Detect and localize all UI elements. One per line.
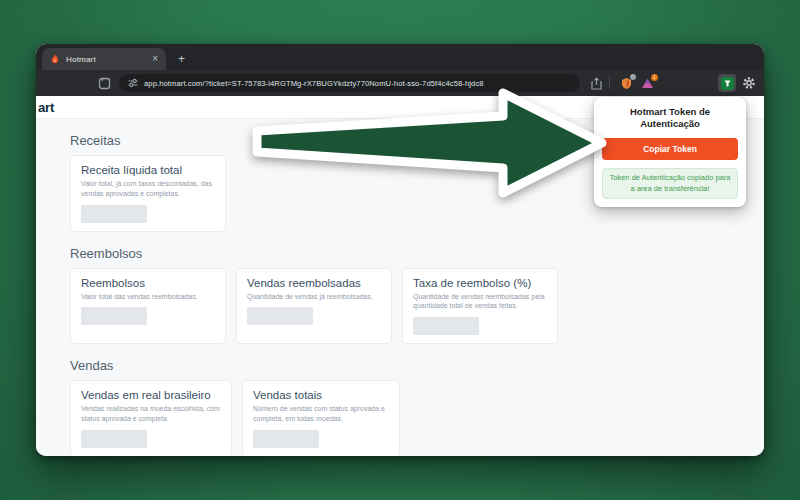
extension-shield-icon[interactable] — [620, 77, 633, 90]
browser-toolbar: app.hotmart.com/?ticket=ST-75783-l4RGTMg… — [36, 70, 764, 96]
card-description: Quantidade de vendas já reembolsadas. — [247, 292, 381, 302]
tab-hotmart[interactable]: Hotmart × — [42, 48, 166, 70]
card-row-vendas: Vendas em real brasileiro Vendas realiza… — [70, 380, 764, 456]
section-title-reembolsos: Reembolsos — [70, 246, 764, 261]
redacted-value-placeholder — [81, 205, 147, 223]
card-description: Vendas realizadas na moeda escolhida, co… — [81, 404, 221, 424]
extension-badge-dot — [630, 74, 636, 80]
popup-title: Hotmart Token de Autenticação — [602, 106, 738, 131]
card-taxa-de-reembolso: Taxa de reembolso (%) Quantidade de vend… — [402, 268, 558, 345]
browser-tab-strip: Hotmart × + — [36, 44, 764, 70]
redacted-value-placeholder — [413, 317, 479, 335]
hotmart-logo-partial: art — [38, 100, 54, 115]
copy-success-message: Token de Autenticação copiado para a are… — [602, 168, 738, 200]
card-description: Valor total, já com taxas descontadas, d… — [81, 179, 215, 199]
hotmart-token-extension-icon[interactable] — [718, 74, 736, 92]
card-row-reembolsos: Reembolsos Valor total das vendas reembo… — [70, 268, 764, 345]
redacted-value-placeholder — [81, 430, 147, 448]
url-text: app.hotmart.com/?ticket=ST-75783-l4RGTMg… — [144, 79, 484, 88]
redacted-value-placeholder — [247, 307, 313, 325]
card-vendas-reembolsadas: Vendas reembolsadas Quantidade de vendas… — [236, 268, 392, 345]
card-description: Quantidade de vendas reembolsadas pela q… — [413, 292, 547, 312]
card-title: Vendas reembolsadas — [247, 277, 381, 289]
redacted-value-placeholder — [81, 307, 147, 325]
card-reembolsos: Reembolsos Valor total das vendas reembo… — [70, 268, 226, 345]
hotmart-favicon-flame-icon — [50, 54, 60, 65]
reading-list-icon[interactable] — [98, 77, 111, 90]
share-icon[interactable] — [590, 77, 603, 90]
toolbar-divider — [609, 77, 610, 89]
gear-icon[interactable] — [742, 76, 756, 90]
card-vendas-totais: Vendas totais Número de vendas com statu… — [242, 380, 400, 456]
extension-popup: Hotmart Token de Autenticação Copiar Tok… — [594, 97, 746, 207]
url-bar[interactable]: app.hotmart.com/?ticket=ST-75783-l4RGTMg… — [119, 74, 580, 92]
new-tab-button[interactable]: + — [178, 52, 185, 66]
extension-triangle-icon[interactable]: 1 — [641, 77, 654, 90]
card-title: Taxa de reembolso (%) — [413, 277, 547, 289]
tab-close-icon[interactable]: × — [152, 54, 158, 64]
copy-token-button[interactable]: Copiar Token — [602, 138, 738, 160]
tab-title: Hotmart — [66, 55, 146, 64]
desktop-background: Hotmart × + — [0, 0, 800, 500]
section-title-vendas: Vendas — [70, 358, 764, 373]
card-description: Número de vendas com status aprovada e c… — [253, 404, 389, 424]
hotmart-extension-glyph — [721, 77, 734, 90]
redacted-value-placeholder — [253, 430, 319, 448]
card-vendas-em-real-brasileiro: Vendas em real brasileiro Vendas realiza… — [70, 380, 232, 456]
card-receita-liquida-total: Receita líquida total Valor total, já co… — [70, 155, 226, 232]
site-settings-tune-icon[interactable] — [128, 78, 138, 88]
card-title: Receita líquida total — [81, 164, 215, 176]
card-description: Valor total das vendas reembolsadas. — [81, 292, 215, 302]
card-title: Reembolsos — [81, 277, 215, 289]
card-title: Vendas totais — [253, 389, 389, 401]
extension-badge-count: 1 — [651, 74, 658, 81]
card-title: Vendas em real brasileiro — [81, 389, 221, 401]
